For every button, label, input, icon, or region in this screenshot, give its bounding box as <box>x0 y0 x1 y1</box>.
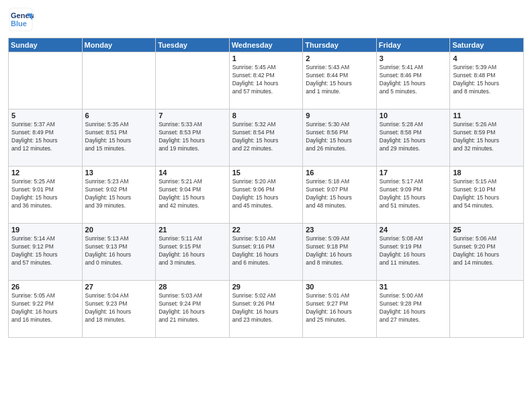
calendar-cell: 29Sunrise: 5:02 AM Sunset: 9:26 PM Dayli… <box>229 281 303 338</box>
calendar-cell: 15Sunrise: 5:20 AM Sunset: 9:06 PM Dayli… <box>229 167 303 224</box>
calendar-header-sunday: Sunday <box>9 38 83 52</box>
day-number: 30 <box>306 283 373 291</box>
calendar-cell: 12Sunrise: 5:25 AM Sunset: 9:01 PM Dayli… <box>9 167 83 224</box>
calendar-cell: 3Sunrise: 5:41 AM Sunset: 8:46 PM Daylig… <box>376 52 450 109</box>
calendar-cell: 8Sunrise: 5:32 AM Sunset: 8:54 PM Daylig… <box>229 109 303 167</box>
calendar-cell: 31Sunrise: 5:00 AM Sunset: 9:28 PM Dayli… <box>376 281 450 338</box>
calendar-cell: 13Sunrise: 5:23 AM Sunset: 9:02 PM Dayli… <box>82 167 156 224</box>
day-info: Sunrise: 5:21 AM Sunset: 9:04 PM Dayligh… <box>159 178 226 210</box>
day-number: 5 <box>11 111 79 120</box>
calendar-cell <box>82 52 156 109</box>
day-number: 6 <box>85 111 153 120</box>
calendar-cell <box>156 52 230 109</box>
day-info: Sunrise: 5:09 AM Sunset: 9:18 PM Dayligh… <box>306 235 373 267</box>
calendar-week-row: 12Sunrise: 5:25 AM Sunset: 9:01 PM Dayli… <box>9 167 524 224</box>
day-number: 1 <box>232 54 300 62</box>
calendar-week-row: 26Sunrise: 5:05 AM Sunset: 9:22 PM Dayli… <box>9 281 524 338</box>
day-info: Sunrise: 5:32 AM Sunset: 8:54 PM Dayligh… <box>232 121 300 153</box>
calendar-cell: 17Sunrise: 5:17 AM Sunset: 9:09 PM Dayli… <box>376 167 450 224</box>
calendar-cell: 27Sunrise: 5:04 AM Sunset: 9:23 PM Dayli… <box>82 281 156 338</box>
day-info: Sunrise: 5:18 AM Sunset: 9:07 PM Dayligh… <box>306 178 373 210</box>
calendar-week-row: 5Sunrise: 5:37 AM Sunset: 8:49 PM Daylig… <box>9 109 524 167</box>
logo-icon: General Blue <box>8 7 34 32</box>
calendar-header-row: SundayMondayTuesdayWednesdayThursdayFrid… <box>9 38 524 52</box>
day-number: 4 <box>453 54 521 62</box>
day-number: 22 <box>232 226 300 234</box>
calendar-week-row: 1Sunrise: 5:45 AM Sunset: 8:42 PM Daylig… <box>9 52 524 109</box>
day-info: Sunrise: 5:26 AM Sunset: 8:59 PM Dayligh… <box>453 121 521 153</box>
day-info: Sunrise: 5:45 AM Sunset: 8:42 PM Dayligh… <box>232 64 300 96</box>
calendar-header-friday: Friday <box>376 38 450 52</box>
day-info: Sunrise: 5:05 AM Sunset: 9:22 PM Dayligh… <box>11 292 79 324</box>
day-number: 24 <box>380 226 447 234</box>
calendar-cell: 30Sunrise: 5:01 AM Sunset: 9:27 PM Dayli… <box>303 281 377 338</box>
calendar-cell: 7Sunrise: 5:33 AM Sunset: 8:53 PM Daylig… <box>156 109 230 167</box>
calendar-cell: 5Sunrise: 5:37 AM Sunset: 8:49 PM Daylig… <box>9 109 83 167</box>
day-info: Sunrise: 5:11 AM Sunset: 9:15 PM Dayligh… <box>159 235 226 267</box>
day-number: 18 <box>453 169 521 177</box>
day-number: 10 <box>380 111 447 120</box>
day-number: 9 <box>306 111 373 120</box>
calendar-cell: 26Sunrise: 5:05 AM Sunset: 9:22 PM Dayli… <box>9 281 83 338</box>
day-number: 15 <box>232 169 300 177</box>
calendar-cell: 22Sunrise: 5:10 AM Sunset: 9:16 PM Dayli… <box>229 224 303 281</box>
calendar-cell: 16Sunrise: 5:18 AM Sunset: 9:07 PM Dayli… <box>303 167 377 224</box>
calendar-cell: 1Sunrise: 5:45 AM Sunset: 8:42 PM Daylig… <box>229 52 303 109</box>
day-number: 19 <box>11 226 79 234</box>
day-number: 21 <box>159 226 226 234</box>
day-info: Sunrise: 5:37 AM Sunset: 8:49 PM Dayligh… <box>11 121 79 153</box>
calendar-cell <box>9 52 83 109</box>
day-number: 20 <box>85 226 153 234</box>
calendar-cell: 24Sunrise: 5:08 AM Sunset: 9:19 PM Dayli… <box>376 224 450 281</box>
day-number: 11 <box>453 111 521 120</box>
day-number: 8 <box>232 111 300 120</box>
day-info: Sunrise: 5:28 AM Sunset: 8:58 PM Dayligh… <box>380 121 447 153</box>
day-number: 14 <box>159 169 226 177</box>
day-number: 16 <box>306 169 373 177</box>
calendar-cell: 18Sunrise: 5:15 AM Sunset: 9:10 PM Dayli… <box>450 167 524 224</box>
day-info: Sunrise: 5:33 AM Sunset: 8:53 PM Dayligh… <box>159 121 226 153</box>
day-info: Sunrise: 5:01 AM Sunset: 9:27 PM Dayligh… <box>306 292 373 324</box>
calendar-header-thursday: Thursday <box>303 38 377 52</box>
day-info: Sunrise: 5:43 AM Sunset: 8:44 PM Dayligh… <box>306 64 373 96</box>
calendar-cell: 10Sunrise: 5:28 AM Sunset: 8:58 PM Dayli… <box>376 109 450 167</box>
day-info: Sunrise: 5:41 AM Sunset: 8:46 PM Dayligh… <box>380 64 447 96</box>
calendar-cell: 6Sunrise: 5:35 AM Sunset: 8:51 PM Daylig… <box>82 109 156 167</box>
day-info: Sunrise: 5:04 AM Sunset: 9:23 PM Dayligh… <box>85 292 153 324</box>
calendar-cell: 14Sunrise: 5:21 AM Sunset: 9:04 PM Dayli… <box>156 167 230 224</box>
calendar-cell: 2Sunrise: 5:43 AM Sunset: 8:44 PM Daylig… <box>303 52 377 109</box>
calendar-cell: 11Sunrise: 5:26 AM Sunset: 8:59 PM Dayli… <box>450 109 524 167</box>
calendar-cell: 28Sunrise: 5:03 AM Sunset: 9:24 PM Dayli… <box>156 281 230 338</box>
day-number: 27 <box>85 283 153 291</box>
day-info: Sunrise: 5:17 AM Sunset: 9:09 PM Dayligh… <box>380 178 447 210</box>
page-header: General Blue <box>8 7 524 32</box>
day-info: Sunrise: 5:10 AM Sunset: 9:16 PM Dayligh… <box>232 235 300 267</box>
day-info: Sunrise: 5:13 AM Sunset: 9:13 PM Dayligh… <box>85 235 153 267</box>
day-number: 23 <box>306 226 373 234</box>
calendar-cell: 19Sunrise: 5:14 AM Sunset: 9:12 PM Dayli… <box>9 224 83 281</box>
day-number: 26 <box>11 283 79 291</box>
page-container: General Blue SundayMondayTuesdayWednesda… <box>0 0 532 411</box>
day-info: Sunrise: 5:30 AM Sunset: 8:56 PM Dayligh… <box>306 121 373 153</box>
calendar-cell: 25Sunrise: 5:06 AM Sunset: 9:20 PM Dayli… <box>450 224 524 281</box>
day-number: 31 <box>380 283 447 291</box>
svg-text:Blue: Blue <box>11 19 27 28</box>
day-number: 28 <box>159 283 226 291</box>
day-info: Sunrise: 5:06 AM Sunset: 9:20 PM Dayligh… <box>453 235 521 267</box>
day-number: 25 <box>453 226 521 234</box>
day-info: Sunrise: 5:35 AM Sunset: 8:51 PM Dayligh… <box>85 121 153 153</box>
day-number: 13 <box>85 169 153 177</box>
day-info: Sunrise: 5:39 AM Sunset: 8:48 PM Dayligh… <box>453 64 521 96</box>
calendar-header-saturday: Saturday <box>450 38 524 52</box>
calendar-week-row: 19Sunrise: 5:14 AM Sunset: 9:12 PM Dayli… <box>9 224 524 281</box>
calendar-header-wednesday: Wednesday <box>229 38 303 52</box>
day-number: 12 <box>11 169 79 177</box>
calendar-cell: 21Sunrise: 5:11 AM Sunset: 9:15 PM Dayli… <box>156 224 230 281</box>
day-info: Sunrise: 5:03 AM Sunset: 9:24 PM Dayligh… <box>159 292 226 324</box>
calendar-cell: 20Sunrise: 5:13 AM Sunset: 9:13 PM Dayli… <box>82 224 156 281</box>
calendar-cell: 4Sunrise: 5:39 AM Sunset: 8:48 PM Daylig… <box>450 52 524 109</box>
day-number: 2 <box>306 54 373 62</box>
calendar-header-tuesday: Tuesday <box>156 38 230 52</box>
calendar-cell: 23Sunrise: 5:09 AM Sunset: 9:18 PM Dayli… <box>303 224 377 281</box>
day-number: 3 <box>380 54 447 62</box>
